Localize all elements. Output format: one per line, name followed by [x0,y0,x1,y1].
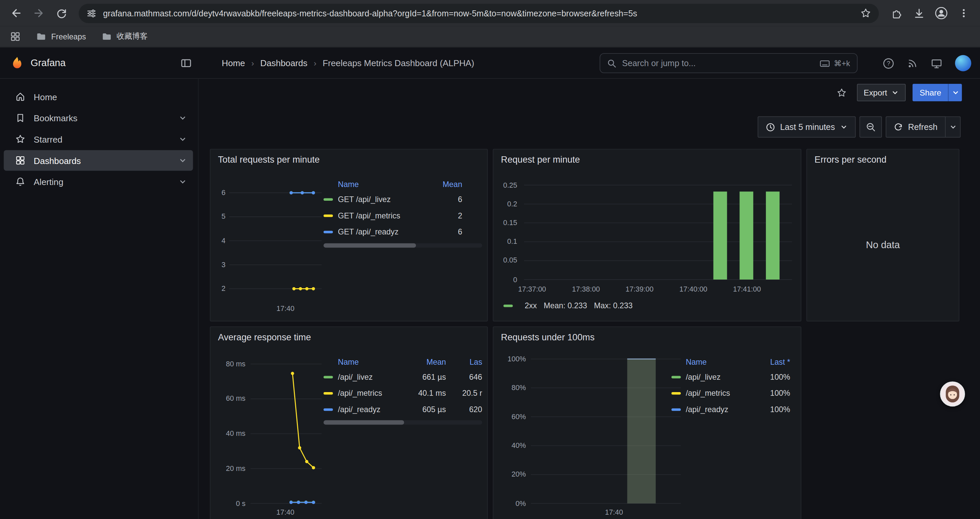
chevron-down-icon[interactable] [179,114,187,122]
legend-row[interactable]: GET /api/_livez6 [323,192,462,208]
chart-canvas [210,150,326,303]
reload-icon[interactable] [51,3,72,23]
forward-icon[interactable] [29,3,49,23]
scrollbar-thumb[interactable] [323,420,404,425]
y-tick-label: 3 [199,261,226,269]
help-icon[interactable]: ? [883,57,895,69]
x-tick-label: 17:40 [586,508,642,516]
refresh-button[interactable]: Refresh [886,116,946,137]
x-tick-label: 17:38:00 [558,285,614,293]
legend-table: NameMeanLas/api/_livez661 µs646/api/_met… [323,355,482,418]
series-color-icon [671,409,681,411]
panel-title[interactable]: Request per minute [501,155,580,164]
grafana-logo[interactable]: Grafana [11,48,66,79]
share-menu-chevron[interactable] [948,84,962,101]
grafana-flame-icon [11,56,24,70]
x-tick-label: 17:40:00 [665,285,721,293]
bar-chart: 0.250.20.150.10.05017:37:0017:38:0017:39… [493,150,800,321]
sidebar-item-bookmarks[interactable]: Bookmarks [4,107,193,128]
series-color-icon [323,198,333,201]
chevron-down-icon[interactable] [179,178,187,186]
sidebar-item-home[interactable]: Home [4,86,193,107]
panel-average-response-time: Average response time 80 ms60 ms40 ms20 … [210,326,488,519]
legend-col[interactable]: Las [446,358,482,366]
chevron-down-icon[interactable] [179,135,187,143]
sidebar-item-alerting[interactable]: Alerting [4,171,193,192]
time-range-picker[interactable]: Last 5 minutes [757,116,856,137]
search-input[interactable]: Search or jump to... ⌘+k [600,53,858,73]
legend-row[interactable]: GET /api/_metrics2 [323,208,462,224]
url-bar[interactable]: grafana.mathmast.com/d/deytv4rwavabkb/fr… [79,3,879,23]
legend-col-name[interactable]: Name [338,358,407,366]
panel-title[interactable]: Total requests per minute [218,155,320,164]
sidebar-item-dashboards[interactable]: Dashboards [4,150,193,171]
bookmarks-bar: Freeleaps 收藏博客 [0,26,980,48]
panel-title[interactable]: Average response time [218,332,311,342]
legend-row[interactable]: /api/_readyz605 µs620 [323,401,482,418]
series-color-icon [323,409,333,411]
apps-grid-icon[interactable] [10,31,21,42]
legend-col[interactable]: Mean [407,358,446,366]
legend-row[interactable]: /api/_metrics40.1 ms20.5 r [323,385,482,401]
folder-icon [101,31,112,42]
legend-table: NameMeanGET /api/_livez6GET /api/_metric… [323,178,462,240]
breadcrumb-home[interactable]: Home [222,58,245,68]
share-button[interactable]: Share [913,84,948,101]
extensions-icon[interactable] [886,3,906,23]
panel-total-requests-per-minute: Total requests per minute 6543217:40 Nam… [210,149,488,322]
y-tick-label: 0.1 [480,238,517,246]
sidebar-nav: Home Bookmarks Starred Dashboards Alerti… [0,79,199,519]
news-rss-icon[interactable] [907,57,918,69]
legend-mean: Mean: 0.233 [544,302,587,310]
profile-avatar-icon[interactable] [931,3,951,23]
back-icon[interactable] [6,3,26,23]
legend-series[interactable]: 2xx [525,302,537,310]
legend-col[interactable]: Last * [750,358,790,366]
zoom-out-button[interactable] [859,116,881,137]
refresh-interval-chevron[interactable] [946,116,961,137]
bookmark-item[interactable]: 收藏博客 [101,31,148,42]
sidebar-item-starred[interactable]: Starred [4,129,193,150]
star-icon [15,134,26,145]
y-tick-label: 0 s [208,499,245,507]
legend-scrollbar[interactable] [323,420,482,425]
legend-col[interactable]: Mean [429,180,462,189]
kiosk-monitor-icon[interactable] [931,57,943,69]
legend-table: NameLast */api/_livez100%/api/_metrics10… [671,355,790,418]
sidebar-toggle-icon[interactable] [180,57,192,69]
legend-row[interactable]: GET /api/_readyz6 [323,224,462,240]
breadcrumb: Home › Dashboards › Freeleaps Metrics Da… [222,48,474,79]
header-icons: ? [883,48,971,79]
y-tick-label: 20 ms [208,465,245,473]
scrollbar-thumb[interactable] [323,243,416,248]
shortcut-hint: ⌘+k [819,58,850,68]
export-button[interactable]: Export [857,84,906,101]
legend-row[interactable]: /api/_metrics100% [671,385,790,401]
y-tick-label: 0.15 [480,219,517,227]
bookmark-icon [15,113,26,123]
download-icon[interactable] [909,3,929,23]
panel-requests-under-100ms: Requests under 100ms 100%80%60%40%20%0%1… [493,326,801,519]
browser-menu-icon[interactable] [954,3,974,23]
legend-col-name[interactable]: Name [338,180,429,189]
legend-scrollbar[interactable] [323,243,482,248]
panel-title[interactable]: Requests under 100ms [501,332,595,342]
legend-col-name[interactable]: Name [686,358,750,366]
favorite-star-icon[interactable] [834,85,850,101]
legend-row[interactable]: /api/_readyz100% [671,401,790,418]
sidebar-item-label: Starred [34,134,62,144]
breadcrumb-dashboards[interactable]: Dashboards [260,58,307,68]
bookmark-item[interactable]: Freeleaps [36,31,86,42]
sidebar-item-label: Dashboards [34,155,81,165]
url-text[interactable]: grafana.mathmast.com/d/deytv4rwavabkb/fr… [103,8,854,18]
assistant-avatar[interactable] [940,382,965,406]
panel-errors-per-second: Errors per second No data [806,149,959,322]
site-settings-icon[interactable] [86,8,97,18]
browser-toolbar: grafana.mathmast.com/d/deytv4rwavabkb/fr… [0,0,980,26]
panel-title[interactable]: Errors per second [815,155,886,164]
legend-row[interactable]: /api/_livez100% [671,369,790,385]
legend-row[interactable]: /api/_livez661 µs646 [323,369,482,385]
user-avatar[interactable] [955,55,971,72]
chevron-down-icon[interactable] [179,156,187,164]
bookmark-star-icon[interactable] [860,7,871,19]
